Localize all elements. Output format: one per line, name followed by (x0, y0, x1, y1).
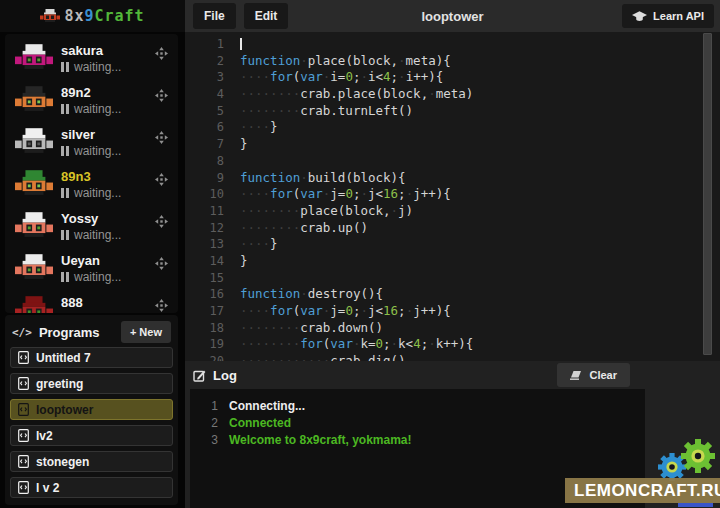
code-line: 8 (185, 153, 720, 170)
line-number: 16 (185, 286, 233, 303)
line-number: 5 (185, 103, 233, 120)
sidebar: sakura waiting... (0, 32, 185, 508)
move-handle-icon[interactable] (155, 172, 168, 190)
code-text: ············crab.dig() (233, 353, 406, 361)
program-list: Untitled 7 greeting looptower lv2 (9, 347, 174, 498)
code-text: ····} (233, 119, 278, 136)
player-status: waiting... (61, 228, 121, 242)
program-list-item[interactable]: looptower (10, 399, 173, 420)
move-handle-icon[interactable] (155, 88, 168, 106)
crab-avatar-icon (15, 254, 53, 285)
player-list-item[interactable]: 89n3 waiting... (5, 163, 178, 205)
player-name: Yossy (61, 211, 98, 226)
code-file-icon (18, 455, 29, 468)
code-text: ····for(var·j=0;·j<16;·j++){ (233, 186, 451, 203)
log-entry-number: 1 (190, 398, 218, 415)
program-list-item[interactable]: stonegen (10, 451, 173, 472)
code-file-icon (18, 377, 29, 390)
player-list-item[interactable]: Yossy waiting... (5, 205, 178, 247)
player-status: waiting... (61, 186, 121, 200)
player-list-item[interactable]: sakura waiting... (5, 37, 178, 79)
log-entry-number: 3 (190, 432, 218, 449)
top-bar: 8x9Craft File Edit looptower Learn API (0, 0, 720, 32)
eraser-icon (570, 371, 582, 380)
program-list-item[interactable]: Untitled 7 (10, 347, 173, 368)
player-status: waiting... (61, 102, 121, 116)
watermark-text: LEMONCRAFT.RU (565, 481, 720, 501)
log-entry-text: Connecting... (229, 398, 305, 415)
code-line: 15 (185, 270, 720, 287)
code-text: function·destroy(){ (233, 286, 383, 303)
code-line: 13 ····} (185, 236, 720, 253)
player-name: silver (61, 127, 95, 142)
program-list-item[interactable]: greeting (10, 373, 173, 394)
crab-avatar-icon (15, 296, 53, 313)
log-entry: 3 Welcome to 8x9craft, yokmama! (190, 432, 645, 449)
code-text: ········crab.up() (233, 220, 368, 237)
code-text: ········crab.turnLeft() (233, 103, 413, 120)
code-text: } (233, 253, 248, 270)
program-list-item[interactable]: l v 2 (10, 477, 173, 498)
green-gear-icon (681, 439, 715, 473)
code-text: ········for(var·k=0;·k<4;·k++){ (233, 336, 473, 353)
crab-avatar-icon (15, 212, 53, 243)
pause-icon (61, 104, 69, 114)
move-handle-icon[interactable] (155, 130, 168, 148)
pause-icon (61, 62, 69, 72)
code-line: 17 ····for(var·j=0;·j<16;·j++){ (185, 303, 720, 320)
code-line: 11 ········place(block,·j) (185, 203, 720, 220)
crab-logo-icon (40, 9, 60, 23)
code-line: 2 function·place(block,·meta){ (185, 53, 720, 70)
pause-icon (61, 272, 69, 282)
code-file-icon (18, 429, 29, 442)
log-entry: 2 Connected (190, 415, 645, 432)
crab-avatar-icon (15, 128, 53, 159)
line-number: 1 (185, 36, 233, 53)
code-line: 19 ········for(var·k=0;·k<4;·k++){ (185, 336, 720, 353)
player-list-item[interactable]: 89n2 waiting... (5, 79, 178, 121)
file-menu-button[interactable]: File (193, 3, 236, 29)
move-handle-icon[interactable] (155, 214, 168, 232)
program-list-item[interactable]: lv2 (10, 425, 173, 446)
learn-api-button[interactable]: Learn API (622, 4, 714, 28)
line-number: 2 (185, 53, 233, 70)
crab-avatar-icon (15, 44, 53, 75)
watermark-banner: LEMONCRAFT.RU (565, 478, 720, 503)
player-list-item[interactable]: 888 waiting... (5, 289, 178, 313)
clear-log-button[interactable]: Clear (557, 363, 630, 387)
code-file-icon (18, 481, 29, 494)
line-number: 15 (185, 270, 233, 287)
code-line: 1 (185, 36, 720, 53)
log-entry: 1 Connecting... (190, 398, 645, 415)
code-text: } (233, 136, 248, 153)
code-line: 9 function·build(block){ (185, 170, 720, 187)
pause-icon (61, 230, 69, 240)
code-line: 10 ····for(var·j=0;·j<16;·j++){ (185, 186, 720, 203)
code-text: function·build(block){ (233, 170, 406, 187)
code-line: 5 ········crab.turnLeft() (185, 103, 720, 120)
move-handle-icon[interactable] (155, 46, 168, 64)
line-number: 20 (185, 353, 233, 361)
code-editor[interactable]: 1 2 function·place(block,·meta){ 3 ····f… (185, 32, 720, 361)
move-handle-icon[interactable] (155, 256, 168, 274)
edit-menu-button[interactable]: Edit (244, 3, 289, 29)
pause-icon (61, 146, 69, 156)
new-program-button[interactable]: + New (121, 321, 171, 343)
code-line: 7 } (185, 136, 720, 153)
editor-scrollbar[interactable] (703, 33, 712, 355)
app-title: 8x9Craft (64, 7, 144, 25)
code-file-icon (18, 403, 29, 416)
code-icon: </> (12, 326, 32, 339)
line-number: 9 (185, 170, 233, 187)
move-handle-icon[interactable] (155, 298, 168, 313)
player-name: 89n3 (61, 169, 91, 184)
player-list-item[interactable]: Ueyan waiting... (5, 247, 178, 289)
line-number: 7 (185, 136, 233, 153)
player-name: Ueyan (61, 253, 100, 268)
player-name: sakura (61, 43, 103, 58)
logo: 8x9Craft (0, 0, 185, 32)
text-cursor (240, 38, 242, 50)
pause-icon (61, 188, 69, 198)
player-list-item[interactable]: silver waiting... (5, 121, 178, 163)
code-text: function·place(block,·meta){ (233, 53, 451, 70)
